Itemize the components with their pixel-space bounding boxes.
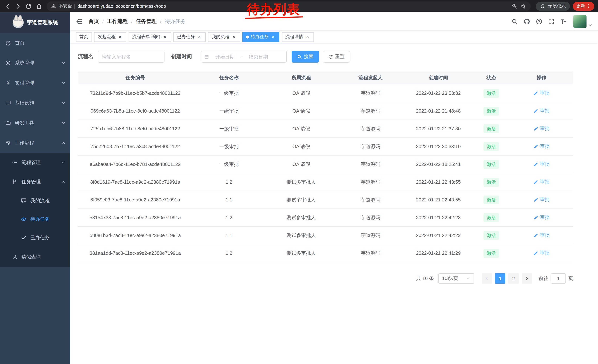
- sidebar-item-leave-query[interactable]: 请假查询: [0, 247, 70, 267]
- cell-created: 2022-01-22 21:48:48: [404, 108, 473, 114]
- cell-task-name: 1.1: [193, 197, 265, 202]
- password-key-icon[interactable]: [512, 3, 518, 9]
- breadcrumb-workflow[interactable]: 工作流程: [107, 18, 128, 25]
- edit-pencil-icon: [533, 144, 538, 149]
- sidebar-item-workflow[interactable]: 工作流程: [0, 133, 70, 153]
- breadcrumb-home[interactable]: 首页: [89, 18, 99, 25]
- sidebar-item-infrastructure[interactable]: 基础设施: [0, 93, 70, 113]
- breadcrumb: 首页 / 工作流程 / 任务管理 / 待办任务: [89, 18, 185, 25]
- cell-task-id: 58154733-7ac8-11ec-a9e2-a2380e71991a: [78, 215, 193, 220]
- caret-down-icon: [588, 23, 592, 28]
- page-size-select[interactable]: 10条/页: [438, 273, 474, 284]
- approve-link[interactable]: 审批: [533, 196, 549, 203]
- tab-form-edit[interactable]: 流程表单-编辑 ×: [129, 32, 171, 42]
- cell-process: OA 请假: [265, 125, 337, 132]
- edit-pencil-icon: [533, 162, 538, 167]
- workflow-icon: [5, 140, 11, 146]
- table-row: 580e1b3d-7ac8-11ec-a9e2-a2380e71991a 1.1…: [78, 226, 573, 244]
- sidebar-collapse-button[interactable]: [76, 18, 83, 25]
- process-name-input[interactable]: [102, 54, 160, 59]
- pagination: 共 16 条 10条/页 1 2: [78, 273, 573, 284]
- cell-process: 测试多审批人: [265, 179, 337, 185]
- page-button-1[interactable]: 1: [495, 273, 505, 284]
- cell-action: 审批: [510, 125, 573, 132]
- search-button[interactable]: 搜索: [291, 51, 319, 63]
- cell-task-id: 8f0d1619-7ac8-11ec-a9e2-a2380e71991a: [78, 179, 193, 185]
- cell-task-name: 一级审批: [193, 108, 265, 114]
- tab-process-detail[interactable]: 流程详情 ×: [282, 32, 314, 42]
- browser-home-button[interactable]: [34, 1, 44, 11]
- omnibox-divider: [75, 4, 75, 9]
- close-icon[interactable]: ×: [197, 34, 202, 40]
- search-icon[interactable]: [511, 18, 518, 25]
- tab-my-process[interactable]: 我的流程 ×: [208, 32, 240, 42]
- approve-link[interactable]: 审批: [533, 108, 549, 114]
- sidebar-item-done-tasks[interactable]: 已办任务: [0, 228, 70, 247]
- close-icon[interactable]: ×: [270, 34, 276, 40]
- end-date-input[interactable]: [244, 54, 273, 59]
- table-row: 8f059c03-7ac8-11ec-a9e2-a2380e71991a 1.1…: [78, 191, 573, 209]
- page-button-2[interactable]: 2: [508, 273, 519, 284]
- hamburger-fold-icon: [76, 18, 83, 25]
- github-icon[interactable]: [523, 18, 530, 25]
- close-icon[interactable]: ×: [162, 34, 167, 40]
- cell-task-name: 一级审批: [193, 161, 265, 168]
- kebab-menu-icon[interactable]: [586, 4, 591, 8]
- prev-page-button[interactable]: [482, 273, 492, 284]
- process-list-icon: [12, 160, 18, 166]
- table-row: 58154733-7ac8-11ec-a9e2-a2380e71991a 1.2…: [78, 209, 573, 226]
- font-size-icon[interactable]: [560, 18, 567, 25]
- sidebar-item-todo-tasks[interactable]: 待办任务: [0, 210, 70, 228]
- goto-page-input[interactable]: [551, 273, 566, 284]
- tab-done-tasks[interactable]: 已办任务 ×: [173, 32, 206, 42]
- status-badge: 激活: [483, 213, 499, 222]
- start-date-input[interactable]: [210, 54, 239, 59]
- approve-link[interactable]: 审批: [533, 125, 549, 132]
- sidebar-item-my-process[interactable]: 我的流程: [0, 191, 70, 210]
- address-bar[interactable]: 不安全 dashboard.yudao.iocoder.cn/bpm/task/…: [47, 1, 531, 11]
- approve-link[interactable]: 审批: [533, 250, 549, 256]
- approve-link[interactable]: 审批: [533, 143, 549, 150]
- chevron-down-icon: [61, 121, 66, 125]
- bookmark-star-icon[interactable]: [520, 3, 526, 9]
- sidebar-item-process-management[interactable]: 流程管理: [0, 153, 70, 172]
- status-badge: 激活: [483, 106, 499, 115]
- browser-forward-button[interactable]: [13, 1, 23, 11]
- app-logo-row[interactable]: 芋道管理系统: [0, 12, 70, 33]
- approve-link[interactable]: 审批: [533, 90, 549, 97]
- browser-update-button[interactable]: 更新: [573, 2, 594, 11]
- approve-link[interactable]: 审批: [533, 161, 549, 168]
- close-icon[interactable]: ×: [231, 34, 236, 40]
- browser-reload-button[interactable]: [24, 1, 33, 11]
- cell-process: OA 请假: [265, 161, 337, 168]
- user-avatar-menu[interactable]: [573, 15, 592, 28]
- cell-task-name: 一级审批: [193, 125, 265, 132]
- cell-starter: 芋道源码: [337, 108, 404, 114]
- close-icon[interactable]: ×: [117, 34, 123, 40]
- edit-pencil-icon: [533, 233, 538, 238]
- tab-home[interactable]: 首页: [75, 32, 92, 42]
- sidebar-item-payment[interactable]: 支付管理: [0, 73, 70, 93]
- sidebar-item-home[interactable]: 首页: [0, 33, 70, 53]
- browser-back-button[interactable]: [3, 1, 13, 11]
- breadcrumb-task-management[interactable]: 任务管理: [136, 18, 157, 25]
- help-icon[interactable]: [536, 18, 542, 25]
- next-page-button[interactable]: [522, 273, 532, 284]
- sidebar-item-devtools[interactable]: 研发工具: [0, 113, 70, 133]
- fullscreen-icon[interactable]: [548, 18, 555, 25]
- tab-start-process[interactable]: 发起流程 ×: [94, 32, 126, 42]
- approve-link[interactable]: 审批: [533, 214, 549, 221]
- sidebar-item-system[interactable]: 系统管理: [0, 53, 70, 73]
- todo-task-table: 任务编号 任务名称 所属流程 流程发起人 创建时间 状态 操作 73211d9d…: [78, 72, 573, 262]
- col-task-id: 任务编号: [78, 74, 193, 81]
- sidebar-item-task-management[interactable]: 任务管理: [0, 172, 70, 191]
- close-icon[interactable]: ×: [305, 34, 310, 40]
- cell-status: 激活: [473, 106, 510, 115]
- home-icon: [36, 3, 42, 9]
- approve-link[interactable]: 审批: [533, 179, 549, 185]
- chevron-left-icon: [485, 276, 489, 281]
- tab-todo-tasks[interactable]: 待办任务 ×: [242, 32, 279, 42]
- reset-button[interactable]: 重置: [323, 51, 350, 63]
- date-range-picker[interactable]: -: [201, 51, 287, 63]
- approve-link[interactable]: 审批: [533, 232, 549, 239]
